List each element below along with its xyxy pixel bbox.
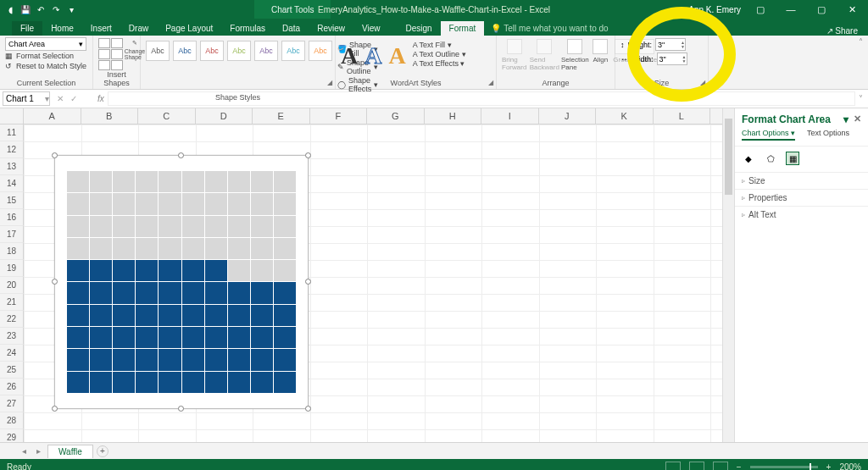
cancel-icon[interactable]: ✕: [57, 94, 64, 103]
dialog-launcher-icon[interactable]: ◢: [327, 79, 332, 86]
resize-handle[interactable]: [305, 406, 311, 412]
pane-tab-text-options[interactable]: Text Options: [807, 129, 849, 141]
shape-gallery[interactable]: [98, 38, 123, 70]
row-header[interactable]: 11: [0, 124, 24, 141]
dialog-launcher-icon[interactable]: ◢: [700, 79, 705, 86]
page-break-view-icon[interactable]: [713, 462, 728, 470]
shape-style-preset[interactable]: Abc: [254, 41, 278, 61]
row-header[interactable]: 19: [0, 260, 24, 277]
align-button[interactable]: Align: [593, 39, 608, 71]
column-header[interactable]: E: [253, 108, 310, 124]
resize-handle[interactable]: [52, 152, 58, 158]
column-header[interactable]: A: [24, 108, 81, 124]
share-button[interactable]: ↗ Share: [826, 26, 868, 36]
row-header[interactable]: 25: [0, 362, 24, 379]
size-properties-icon[interactable]: ▦: [786, 152, 799, 165]
select-all-corner[interactable]: [0, 108, 24, 124]
row-header[interactable]: 17: [0, 226, 24, 243]
zoom-in-icon[interactable]: +: [826, 462, 832, 470]
shape-style-preset[interactable]: Abc: [146, 41, 170, 61]
column-header[interactable]: C: [138, 108, 196, 124]
undo-icon[interactable]: ↶: [36, 4, 46, 14]
page-layout-view-icon[interactable]: [689, 462, 704, 470]
send-backward-button[interactable]: Send Backward: [531, 39, 557, 71]
tab-home[interactable]: Home: [42, 21, 82, 36]
row-header[interactable]: 28: [0, 412, 24, 429]
pane-section-properties[interactable]: Properties: [735, 189, 868, 206]
pane-close-icon[interactable]: ✕: [854, 113, 861, 125]
column-header[interactable]: H: [425, 108, 482, 124]
width-input[interactable]: 3"▲▼: [657, 53, 687, 65]
row-header[interactable]: 22: [0, 311, 24, 328]
zoom-out-icon[interactable]: −: [737, 462, 742, 470]
resize-handle[interactable]: [305, 279, 311, 285]
bring-forward-button[interactable]: Bring Forward: [502, 39, 526, 71]
resize-handle[interactable]: [178, 152, 184, 158]
tell-me[interactable]: 💡Tell me what you want to do: [484, 21, 615, 36]
row-header[interactable]: 20: [0, 277, 24, 294]
tab-insert[interactable]: Insert: [82, 21, 120, 36]
sheet-tab[interactable]: Waffle: [47, 445, 93, 458]
tab-review[interactable]: Review: [309, 21, 353, 36]
row-header[interactable]: 12: [0, 141, 24, 158]
column-header[interactable]: J: [539, 108, 597, 124]
row-header[interactable]: 21: [0, 294, 24, 311]
zoom-level[interactable]: 200%: [839, 462, 861, 470]
text-outline-button[interactable]: A Text Outline ▾: [413, 50, 466, 58]
expand-formula-bar-icon[interactable]: ˅: [859, 94, 868, 103]
close-icon[interactable]: ✕: [841, 4, 863, 15]
tab-scroll-right-icon[interactable]: ▸: [33, 446, 44, 456]
tab-format[interactable]: Format: [441, 21, 485, 36]
shape-style-preset[interactable]: Abc: [281, 41, 305, 61]
collapse-ribbon-icon[interactable]: ˄: [854, 36, 868, 48]
resize-handle[interactable]: [52, 279, 58, 285]
account-name[interactable]: Ann K. Emery: [688, 5, 741, 14]
row-header[interactable]: 27: [0, 395, 24, 412]
column-header[interactable]: I: [481, 108, 539, 124]
resize-handle[interactable]: [52, 406, 58, 412]
row-header[interactable]: 14: [0, 175, 24, 192]
name-box[interactable]: Chart 1▾: [3, 91, 50, 106]
tab-formulas[interactable]: Formulas: [221, 21, 274, 36]
row-header[interactable]: 23: [0, 328, 24, 345]
pane-section-alt-text[interactable]: Alt Text: [735, 206, 868, 223]
tab-draw[interactable]: Draw: [120, 21, 157, 36]
tab-data[interactable]: Data: [274, 21, 309, 36]
tab-file[interactable]: File: [12, 21, 42, 36]
row-header[interactable]: 18: [0, 243, 24, 260]
shape-style-preset[interactable]: Abc: [309, 41, 332, 61]
maximize-icon[interactable]: ▢: [810, 4, 832, 15]
minimize-icon[interactable]: —: [780, 4, 802, 14]
tab-page-layout[interactable]: Page Layout: [157, 21, 221, 36]
pane-section-size[interactable]: Size: [735, 172, 868, 189]
text-effects-button[interactable]: A Text Effects ▾: [413, 59, 466, 68]
worksheet-grid[interactable]: ABCDEFGHIJKL 111213141516171819202122232…: [0, 108, 722, 442]
selection-pane-button[interactable]: Selection Pane: [562, 39, 587, 71]
row-header[interactable]: 16: [0, 209, 24, 226]
format-selection-button[interactable]: ▦Format Selection: [5, 51, 87, 61]
row-header[interactable]: 13: [0, 158, 24, 175]
tab-scroll-left-icon[interactable]: ◂: [19, 446, 30, 456]
new-sheet-button[interactable]: +: [97, 445, 108, 457]
pane-dropdown-icon[interactable]: ▾: [843, 113, 849, 125]
fx-icon[interactable]: fx: [97, 94, 104, 103]
vertical-scrollbar[interactable]: [722, 108, 734, 442]
column-header[interactable]: B: [81, 108, 139, 124]
tab-view[interactable]: View: [353, 21, 389, 36]
row-header[interactable]: 26: [0, 379, 24, 395]
shape-style-gallery[interactable]: Abc Abc Abc Abc Abc Abc Abc: [146, 37, 332, 93]
autosave-toggle[interactable]: ◖: [5, 4, 15, 14]
save-icon[interactable]: 💾: [20, 4, 31, 14]
text-fill-button[interactable]: A Text Fill ▾: [413, 41, 466, 49]
qat-customize-icon[interactable]: ▾: [66, 4, 76, 14]
shape-style-preset[interactable]: Abc: [200, 41, 224, 61]
row-header[interactable]: 24: [0, 345, 24, 362]
resize-handle[interactable]: [178, 406, 184, 412]
ribbon-display-icon[interactable]: ▢: [749, 4, 771, 15]
height-input[interactable]: 3"▲▼: [655, 38, 686, 51]
enter-icon[interactable]: ✓: [70, 94, 77, 103]
shape-style-preset[interactable]: Abc: [227, 41, 251, 61]
resize-handle[interactable]: [305, 152, 311, 158]
wordart-gallery[interactable]: A A A: [341, 37, 406, 69]
chart-element-selector[interactable]: Chart Area▾: [5, 37, 86, 51]
